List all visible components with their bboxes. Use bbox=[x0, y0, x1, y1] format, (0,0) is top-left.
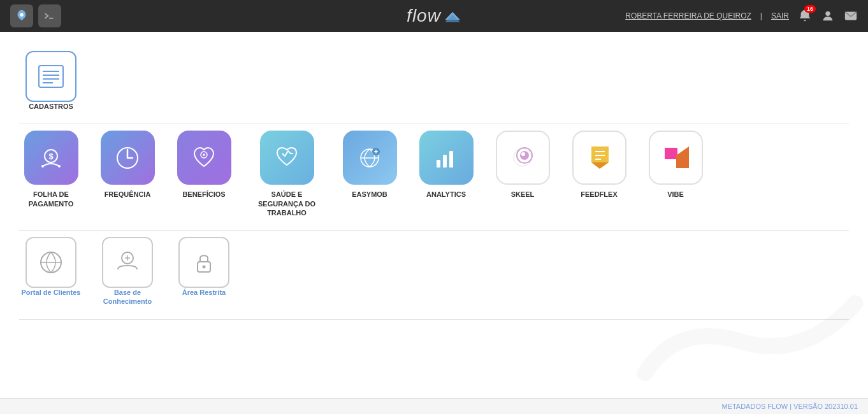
app-frequencia[interactable]: FREQUÊNCIA bbox=[96, 131, 159, 199]
app-beneficios-label: BENEFÍCIOS bbox=[182, 190, 225, 199]
app-folha-label: FOLHA DE PAGAMENTO bbox=[19, 190, 83, 208]
portal-icon bbox=[25, 237, 76, 288]
svg-rect-28 bbox=[449, 151, 453, 168]
svg-rect-6 bbox=[39, 66, 63, 87]
svg-point-4 bbox=[825, 11, 830, 16]
footer-text: METADADOS FLOW | VERSÃO 202310.01 bbox=[721, 403, 858, 410]
app-skeel[interactable]: SKEEL bbox=[491, 131, 554, 199]
app-base[interactable]: Base de Conhecimento bbox=[96, 237, 159, 306]
app-analytics[interactable]: ANALYTICS bbox=[414, 131, 478, 199]
svg-marker-34 bbox=[591, 146, 609, 162]
app-easymob-label: EASYMOB bbox=[352, 190, 387, 199]
app-vibe-label: VIBE bbox=[667, 190, 684, 199]
svg-marker-40 bbox=[676, 146, 689, 168]
restrita-icon bbox=[178, 237, 229, 288]
app-easymob[interactable]: EASYMOB bbox=[338, 131, 401, 199]
header-right: ROBERTA FERREIRA DE QUEIROZ | SAIR 16 bbox=[625, 9, 858, 23]
section-main-apps: $ FOLHA DE PAGAMENTO FRE bbox=[19, 124, 849, 231]
portal-apps-grid: Portal de Clientes Base de Conhecimento bbox=[19, 237, 849, 306]
app-vibe[interactable]: VIBE bbox=[644, 131, 707, 199]
app-saude[interactable]: SAÚDE E SEGURANÇA DO TRABALHO bbox=[249, 131, 325, 217]
analytics-icon bbox=[419, 131, 474, 185]
svg-text:$: $ bbox=[48, 152, 54, 161]
section-cadastros: CADASTROS bbox=[19, 45, 849, 124]
app-base-label: Base de Conhecimento bbox=[96, 288, 159, 306]
user-name[interactable]: ROBERTA FERREIRA DE QUEIROZ bbox=[625, 11, 751, 20]
app-frequencia-label: FREQUÊNCIA bbox=[105, 190, 151, 199]
app-skeel-label: SKEEL bbox=[511, 190, 535, 199]
app-feedflex[interactable]: FEEDFLEX bbox=[567, 131, 631, 199]
app-cadastros[interactable]: CADASTROS bbox=[19, 51, 83, 111]
app-portal-label: Portal de Clientes bbox=[22, 288, 81, 297]
main-content: CADASTROS $ FOLHA DE PAGAMENTO bbox=[0, 32, 868, 414]
user-profile-button[interactable] bbox=[821, 9, 835, 23]
footer: METADADOS FLOW | VERSÃO 202310.01 bbox=[0, 398, 868, 414]
mail-button[interactable] bbox=[844, 9, 858, 23]
header: flow ROBERTA FERREIRA DE QUEIROZ | SAIR … bbox=[0, 0, 868, 32]
app-portal[interactable]: Portal de Clientes bbox=[19, 237, 83, 297]
easymob-icon bbox=[343, 131, 397, 185]
svg-point-0 bbox=[20, 13, 24, 17]
logo-icon bbox=[444, 10, 461, 22]
svg-point-47 bbox=[203, 266, 206, 269]
section-portal-apps: Portal de Clientes Base de Conhecimento bbox=[19, 231, 849, 320]
header-left bbox=[10, 4, 61, 27]
app-icon-button[interactable] bbox=[10, 4, 33, 27]
cadastros-grid: CADASTROS bbox=[19, 51, 849, 111]
svg-marker-35 bbox=[591, 162, 609, 169]
header-center: flow bbox=[407, 6, 461, 26]
base-icon bbox=[102, 237, 153, 288]
separator: | bbox=[760, 11, 762, 20]
svg-point-14 bbox=[58, 165, 61, 168]
svg-point-33 bbox=[521, 152, 525, 156]
app-saude-label: SAÚDE E SEGURANÇA DO TRABALHO bbox=[249, 190, 325, 217]
vibe-icon bbox=[649, 131, 703, 185]
svg-marker-39 bbox=[665, 148, 677, 159]
skeel-icon bbox=[496, 131, 550, 185]
svg-point-13 bbox=[41, 165, 44, 168]
app-analytics-label: ANALYTICS bbox=[426, 190, 466, 199]
app-feedflex-label: FEEDFLEX bbox=[581, 190, 617, 199]
beneficios-icon bbox=[177, 131, 231, 185]
app-folha[interactable]: $ FOLHA DE PAGAMENTO bbox=[19, 131, 83, 208]
app-beneficios[interactable]: BENEFÍCIOS bbox=[172, 131, 236, 199]
frequencia-icon bbox=[101, 131, 155, 185]
notification-button[interactable]: 16 bbox=[798, 9, 812, 23]
saude-icon bbox=[260, 131, 314, 185]
feedflex-icon bbox=[572, 131, 626, 185]
terminal-icon-button[interactable] bbox=[38, 4, 61, 27]
svg-rect-26 bbox=[437, 160, 440, 168]
app-restrita[interactable]: Área Restrita bbox=[172, 237, 236, 297]
notification-badge: 16 bbox=[804, 5, 816, 13]
main-apps-grid: $ FOLHA DE PAGAMENTO FRE bbox=[19, 131, 849, 217]
sair-link[interactable]: SAIR bbox=[771, 11, 789, 20]
app-cadastros-label: CADASTROS bbox=[29, 102, 73, 111]
svg-rect-27 bbox=[443, 155, 447, 168]
folha-icon: $ bbox=[24, 131, 78, 185]
cadastros-icon bbox=[25, 51, 76, 102]
logo-text: flow bbox=[407, 6, 441, 26]
app-restrita-label: Área Restrita bbox=[182, 288, 226, 297]
